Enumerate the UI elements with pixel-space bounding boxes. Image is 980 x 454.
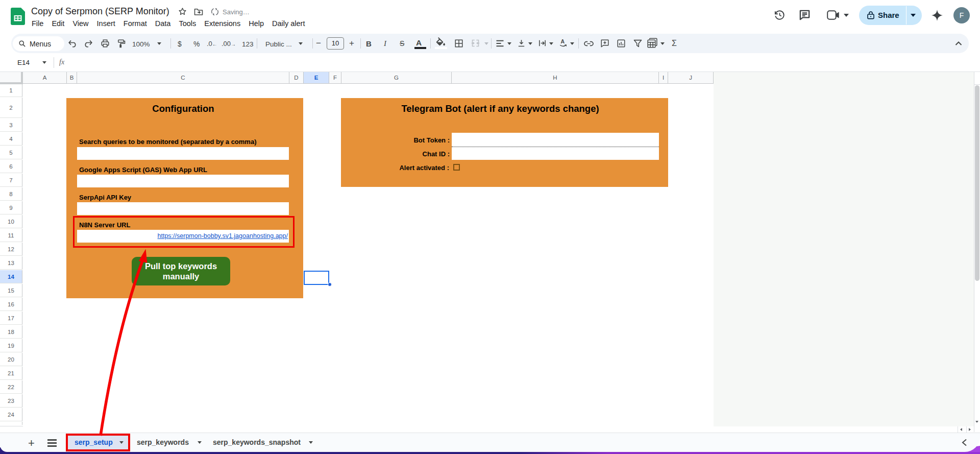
svg-text:A: A bbox=[560, 38, 565, 44]
